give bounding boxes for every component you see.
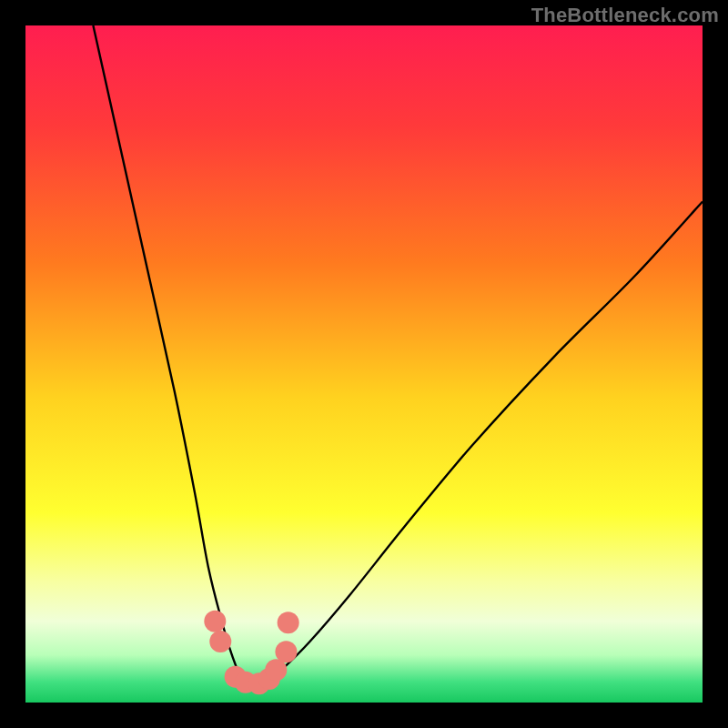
chart-frame — [25, 25, 703, 703]
data-marker — [278, 612, 299, 633]
gradient-background — [25, 25, 703, 703]
data-marker — [265, 659, 287, 681]
data-marker — [204, 611, 226, 632]
data-marker — [209, 631, 231, 652]
data-marker — [275, 641, 297, 662]
bottleneck-chart — [25, 25, 703, 703]
watermark-text: TheBottleneck.com — [531, 4, 719, 27]
